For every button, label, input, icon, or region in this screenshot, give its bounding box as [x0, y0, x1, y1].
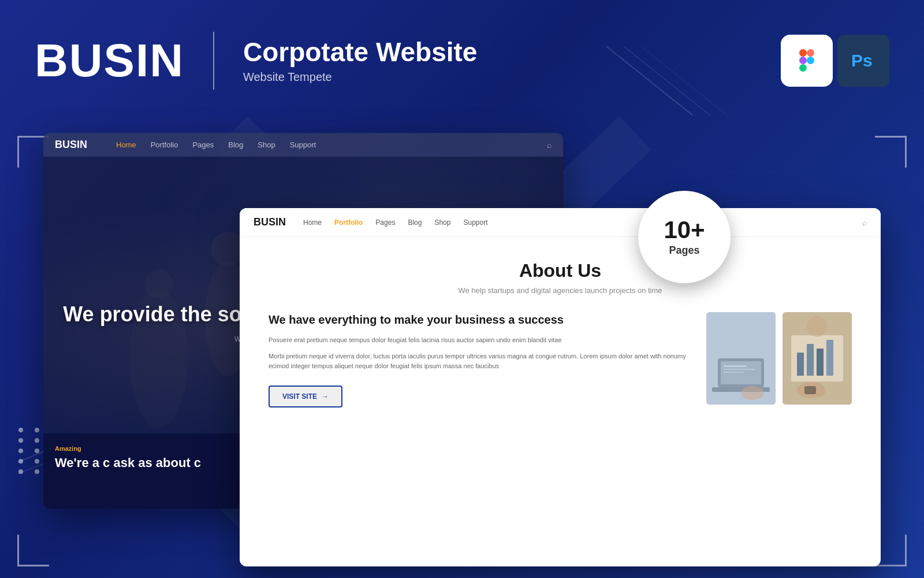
front-nav-shop[interactable]: Shop	[434, 218, 450, 227]
about-subtitle: We help startups and digital agencies la…	[269, 286, 852, 295]
svg-rect-12	[799, 57, 807, 64]
pages-label: Pages	[669, 244, 699, 257]
about-text-column: We have everything to make your business…	[269, 312, 689, 407]
back-nav-search[interactable]: ⌕	[547, 140, 552, 150]
visit-site-arrow: →	[322, 392, 329, 401]
back-nav-home[interactable]: Home	[116, 140, 136, 149]
header-divider	[213, 32, 214, 90]
back-browser-nav: BUSIN Home Portfolio Pages Blog Shop Sup…	[43, 133, 563, 157]
front-nav-blog[interactable]: Blog	[408, 218, 422, 227]
about-image-2	[783, 312, 852, 405]
about-para-2: Morbi pretium neque id viverra dolor, lu…	[269, 351, 689, 372]
header-title: Corpotate Website	[243, 38, 781, 67]
about-section: About Us We help startups and digital ag…	[240, 237, 881, 425]
svg-rect-27	[724, 369, 755, 370]
back-nav-portfolio[interactable]: Portfolio	[151, 140, 178, 149]
svg-rect-28	[724, 372, 744, 373]
svg-rect-32	[797, 353, 804, 376]
main-background: BUSIN Corpotate Website Website Tempete	[0, 0, 924, 578]
about-content: We have everything to make your business…	[269, 312, 852, 407]
back-nav-links: Home Portfolio Pages Blog Shop Support	[116, 140, 316, 149]
front-nav-portfolio[interactable]: Portfolio	[334, 218, 363, 227]
about-image-1	[706, 312, 776, 405]
svg-text:Ps: Ps	[851, 51, 873, 70]
svg-point-36	[807, 316, 828, 337]
svg-rect-34	[817, 349, 824, 376]
svg-rect-35	[826, 340, 833, 376]
header-subtitle: Website Tempete	[243, 71, 781, 84]
back-nav-logo: BUSIN	[55, 139, 87, 151]
svg-rect-38	[804, 386, 816, 394]
about-title: About Us	[269, 260, 852, 281]
back-nav-blog[interactable]: Blog	[228, 140, 243, 149]
back-nav-pages[interactable]: Pages	[192, 140, 214, 149]
front-browser-nav: BUSIN Home Portfolio Pages Blog Shop Sup…	[240, 208, 881, 237]
visit-site-button[interactable]: VISIT SITE →	[269, 386, 342, 407]
svg-rect-13	[799, 64, 807, 72]
pages-number: 10+	[664, 218, 705, 242]
back-nav-shop[interactable]: Shop	[258, 140, 275, 149]
front-nav-support[interactable]: Support	[463, 218, 487, 227]
front-nav-search[interactable]: ⌕	[862, 218, 867, 227]
svg-rect-33	[807, 344, 814, 376]
back-nav-support[interactable]: Support	[290, 140, 316, 149]
about-heading: We have everything to make your business…	[269, 312, 689, 327]
top-header: BUSIN Corpotate Website Website Tempete	[0, 0, 924, 121]
about-images	[706, 312, 852, 405]
svg-rect-10	[799, 49, 807, 57]
svg-rect-11	[807, 49, 814, 57]
front-browser-mockup: BUSIN Home Portfolio Pages Blog Shop Sup…	[240, 208, 881, 566]
figma-badge	[781, 35, 833, 87]
mockup-container: BUSIN Home Portfolio Pages Blog Shop Sup…	[43, 133, 881, 566]
svg-point-14	[807, 57, 814, 64]
svg-point-29	[741, 386, 764, 400]
svg-rect-26	[724, 365, 747, 367]
visit-site-label: VISIT SITE	[282, 392, 317, 401]
header-tools: Ps	[781, 35, 889, 87]
front-nav-home[interactable]: Home	[303, 218, 322, 227]
brand-logo: BUSIN	[35, 38, 184, 84]
front-nav-pages[interactable]: Pages	[375, 218, 395, 227]
pages-badge: 10+ Pages	[638, 191, 731, 283]
header-center: Corpotate Website Website Tempete	[243, 38, 781, 84]
front-nav-logo: BUSIN	[254, 216, 286, 228]
about-para-1: Posuere erat pretium neque tempus dolor …	[269, 335, 689, 346]
photoshop-badge: Ps	[837, 35, 889, 87]
front-nav-links: Home Portfolio Pages Blog Shop Support	[303, 218, 487, 227]
